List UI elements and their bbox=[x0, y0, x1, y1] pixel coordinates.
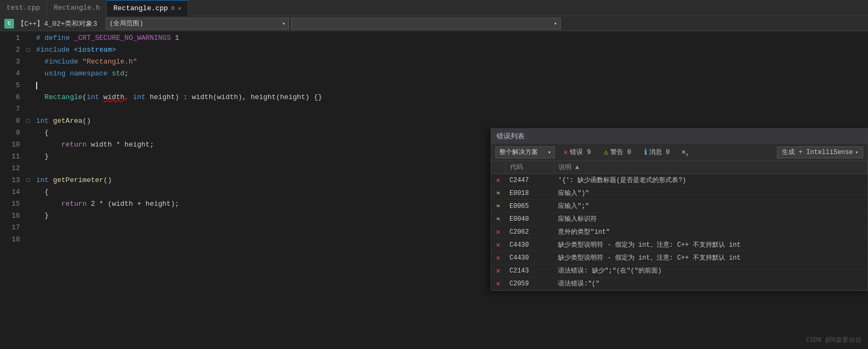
error-table-row: ✕ C2447 '{': 缺少函数标题(是否是老式的形式表?) bbox=[491, 174, 867, 187]
error-table-row: ≈ E0040 应输入标识符 bbox=[491, 213, 867, 226]
error-icon-cell: ✕ bbox=[491, 239, 505, 252]
warning-badge: ⚠ 警告 0 bbox=[600, 146, 636, 158]
tab-rectangle-h[interactable]: Rectangle.h bbox=[47, 0, 107, 16]
solution-dropdown[interactable]: 整个解决方案 ▾ bbox=[495, 146, 555, 158]
code-line: 6 Rectangle(int width, int height) : wid… bbox=[2, 92, 868, 103]
error-code: E0018 bbox=[505, 187, 554, 200]
info-icon: ℹ bbox=[644, 148, 647, 157]
warning-icon: ⚠ bbox=[604, 148, 608, 157]
secondary-dropdown[interactable]: ▾ bbox=[291, 18, 561, 30]
error-desc: 语法错误: 缺少";"(在"("的前面) bbox=[554, 264, 867, 277]
scope-dropdown[interactable]: (全局范围) ▾ bbox=[106, 18, 289, 30]
error-code: C2447 bbox=[505, 174, 554, 187]
error-desc: 缺少类型说明符 - 假定为 int。注意: C++ 不支持默认 int bbox=[554, 252, 867, 264]
error-table-row: ✕ C2062 意外的类型"int" bbox=[491, 226, 867, 239]
error-count: 错误 9 bbox=[570, 148, 590, 157]
error-icon-cell: ✕ bbox=[491, 174, 505, 187]
error-table-row: ✕ C4430 缺少类型说明符 - 假定为 int。注意: C++ 不支持默认 … bbox=[491, 239, 867, 252]
error-row-icon: ✕ bbox=[496, 267, 500, 275]
error-panel-toolbar: 整个解决方案 ▾ ✕ 错误 9 ⚠ 警告 0 ℹ 消息 0 ✕Y 生成 + In… bbox=[491, 144, 867, 161]
error-table-row: ✕ C2059 语法错误:"(" bbox=[491, 277, 867, 290]
error-desc: '{': 缺少函数标题(是否是老式的形式表?) bbox=[554, 174, 867, 187]
tab-label: Rectangle.cpp bbox=[113, 4, 168, 12]
error-icon-cell: ≈ bbox=[491, 187, 505, 200]
error-desc: 缺少类型说明符 - 假定为 int。注意: C++ 不支持默认 int bbox=[554, 239, 867, 252]
tab-rectangle-cpp[interactable]: Rectangle.cpp ⊡ ✕ bbox=[107, 0, 188, 16]
error-icon-cell: ✕ bbox=[491, 277, 505, 290]
error-code: C2059 bbox=[505, 277, 554, 290]
message-count: 消息 0 bbox=[649, 148, 670, 157]
error-table: 代码 说明 ▲ ✕ C2447 '{': 缺少函数标题(是否是老式的形式表?) … bbox=[491, 161, 867, 290]
error-code: C4430 bbox=[505, 239, 554, 252]
main-area: 1 # define _CRT_SECURE_NO_WARNINGS 1 2 □… bbox=[0, 31, 868, 349]
watermark: CSDN @阿森要自信 bbox=[806, 336, 862, 345]
tab-bar: test.cpp Rectangle.h Rectangle.cpp ⊡ ✕ bbox=[0, 0, 868, 16]
squiggle-row-icon: ≈ bbox=[497, 190, 500, 197]
breadcrumb-label: 【C++】4_02+类和对象3 bbox=[17, 19, 97, 29]
scope-dropdown-value: (全局范围) bbox=[109, 19, 143, 28]
error-icon-cell: ✕ bbox=[491, 252, 505, 264]
error-code: C2143 bbox=[505, 264, 554, 277]
col-desc: 说明 ▲ bbox=[554, 161, 867, 174]
error-table-row: ✕ C2143 语法错误: 缺少";"(在"("的前面) bbox=[491, 264, 867, 277]
generate-dropdown[interactable]: 生成 + IntelliSense ▾ bbox=[777, 146, 863, 158]
code-line: 3 #include "Rectangle.h" bbox=[2, 56, 868, 68]
tab-label: Rectangle.h bbox=[53, 4, 100, 12]
error-desc: 应输入标识符 bbox=[554, 213, 867, 226]
error-table-row: ✕ C4430 缺少类型说明符 - 假定为 int。注意: C++ 不支持默认 … bbox=[491, 252, 867, 264]
dropdown-arrow-icon: ▾ bbox=[548, 149, 551, 156]
squiggle-row-icon: ≈ bbox=[497, 203, 500, 210]
error-code: C2062 bbox=[505, 226, 554, 239]
generate-label: 生成 + IntelliSense bbox=[782, 148, 853, 157]
filter-icon[interactable]: ✕Y bbox=[678, 146, 692, 158]
error-panel: 错误列表 整个解决方案 ▾ ✕ 错误 9 ⚠ 警告 0 ℹ 消息 0 ✕Y 生成… bbox=[491, 128, 868, 291]
error-icon-cell: ✕ bbox=[491, 264, 505, 277]
toolbar-row: C 【C++】4_02+类和对象3 (全局范围) ▾ ▾ bbox=[0, 16, 868, 31]
solution-dropdown-value: 整个解决方案 bbox=[499, 148, 538, 157]
squiggle-row-icon: ≈ bbox=[497, 216, 500, 222]
tab-label: test.cpp bbox=[6, 4, 40, 12]
error-code: E0040 bbox=[505, 213, 554, 226]
code-line: 4 using namespace std; bbox=[2, 68, 868, 80]
error-badge: ✕ 错误 9 bbox=[559, 146, 595, 158]
error-icon-cell: ≈ bbox=[491, 200, 505, 213]
error-row-icon: ✕ bbox=[496, 280, 500, 288]
tab-close-icon[interactable]: ✕ bbox=[178, 5, 182, 12]
error-panel-header: 错误列表 bbox=[491, 129, 867, 144]
error-code: C4430 bbox=[505, 252, 554, 264]
pin-icon: ⊡ bbox=[171, 5, 175, 11]
warning-count: 警告 0 bbox=[610, 148, 631, 157]
error-desc: 意外的类型"int" bbox=[554, 226, 867, 239]
col-icon bbox=[491, 161, 505, 174]
dropdown-arrow-icon: ▾ bbox=[855, 149, 858, 156]
col-code: 代码 bbox=[505, 161, 554, 174]
cpp-icon: C bbox=[4, 19, 14, 29]
code-line: 7 bbox=[2, 103, 868, 115]
error-desc: 应输入")" bbox=[554, 187, 867, 200]
error-table-row: ≈ E0018 应输入")" bbox=[491, 187, 867, 200]
error-row-icon: ✕ bbox=[496, 254, 500, 262]
error-icon-cell: ✕ bbox=[491, 226, 505, 239]
error-icon-cell: ≈ bbox=[491, 213, 505, 226]
error-icon: ✕ bbox=[563, 148, 568, 157]
error-panel-title: 错误列表 bbox=[497, 131, 525, 141]
code-line: 2 □ #include <iostream> bbox=[2, 44, 868, 56]
error-table-row: ≈ E0065 应输入";" bbox=[491, 200, 867, 213]
error-row-icon: ✕ bbox=[496, 241, 500, 249]
tab-test-cpp[interactable]: test.cpp bbox=[0, 0, 47, 16]
dropdown-arrow-icon: ▾ bbox=[282, 20, 285, 27]
code-line: 8 □ int getArea() bbox=[2, 115, 868, 127]
dropdown-arrow-icon: ▾ bbox=[554, 20, 557, 27]
toolbar-left: C 【C++】4_02+类和对象3 bbox=[0, 19, 101, 29]
error-desc: 应输入";" bbox=[554, 200, 867, 213]
error-code: E0065 bbox=[505, 200, 554, 213]
error-desc: 语法错误:"(" bbox=[554, 277, 867, 290]
message-badge: ℹ 消息 0 bbox=[640, 146, 674, 158]
code-line: 5 bbox=[2, 80, 868, 92]
error-row-icon: ✕ bbox=[496, 176, 500, 185]
error-row-icon: ✕ bbox=[496, 228, 500, 236]
code-line: 1 # define _CRT_SECURE_NO_WARNINGS 1 bbox=[2, 32, 868, 44]
